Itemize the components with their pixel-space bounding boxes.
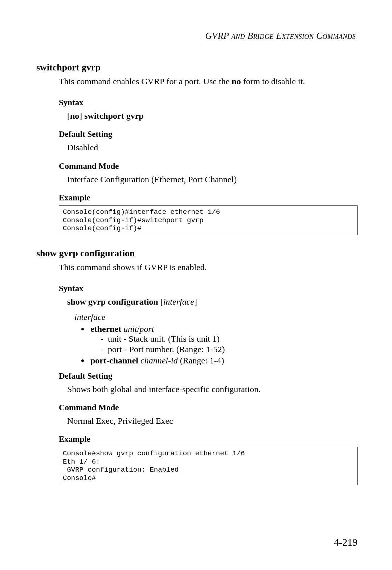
- cmd2-syntax-label: Syntax: [59, 284, 358, 293]
- syntax-bracket-close: ]: [79, 111, 84, 121]
- cmd2-default-value: Shows both global and interface-specific…: [67, 384, 358, 395]
- cmd2-example-code: Console#show gvrp configuration ethernet…: [59, 447, 358, 485]
- ethernet-unit: unit: [121, 324, 137, 334]
- cmd1-desc-pre: This command enables GVRP for a port. Us…: [59, 77, 232, 86]
- port-channel-id: channel-id: [138, 356, 178, 365]
- ethernet-port: port: [139, 324, 154, 334]
- port-channel-keyword: port-channel: [90, 356, 138, 365]
- cmd1-example-code: Console(config)#interface ethernet 1/6 C…: [59, 205, 358, 235]
- cmd1-mode-value: Interface Configuration (Ethernet, Port …: [67, 174, 358, 185]
- syntax-interface: interface: [163, 297, 194, 306]
- param-port-channel: port-channel channel-id (Range: 1-4): [89, 356, 358, 366]
- cmd2-default-label: Default Setting: [59, 371, 358, 381]
- port-desc-text: port - Port number. (Range: 1-52): [108, 345, 225, 354]
- cmd1-mode-label: Command Mode: [59, 162, 358, 171]
- syntax-bracket-open: [: [67, 111, 70, 121]
- ethernet-unit-desc: - unit - Stack unit. (This is unit 1): [101, 334, 358, 344]
- cmd1-syntax-value: [no] switchport gvrp: [67, 110, 358, 122]
- cmd2-mode-value: Normal Exec, Privileged Exec: [67, 415, 358, 427]
- ethernet-keyword: ethernet: [90, 324, 121, 334]
- section-title-show-gvrp: show gvrp configuration: [36, 248, 358, 259]
- cmd2-syntax-value: show gvrp configuration [interface]: [67, 296, 358, 308]
- cmd1-example-label: Example: [59, 193, 358, 203]
- syntax-show-gvrp: show gvrp configuration: [67, 297, 158, 306]
- cmd2-mode-label: Command Mode: [59, 403, 358, 412]
- ethernet-port-desc: - port - Port number. (Range: 1-52): [101, 345, 358, 354]
- page-number: 4-219: [334, 537, 358, 548]
- cmd1-desc-bold: no: [232, 77, 241, 86]
- param-list: ethernet unit/port - unit - Stack unit. …: [89, 324, 358, 366]
- unit-desc-text: unit - Stack unit. (This is unit 1): [108, 334, 220, 343]
- section-title-switchport-gvrp: switchport gvrp: [36, 62, 358, 73]
- cmd1-default-label: Default Setting: [59, 130, 358, 139]
- cmd1-description: This command enables GVRP for a port. Us…: [59, 76, 358, 87]
- cmd2-description: This command shows if GVRP is enabled.: [59, 262, 358, 273]
- syntax-no: no: [70, 111, 79, 121]
- cmd2-example-label: Example: [59, 435, 358, 444]
- cmd1-desc-post: form to disable it.: [241, 77, 305, 86]
- cmd1-syntax-label: Syntax: [59, 98, 358, 107]
- port-channel-range: (Range: 1-4): [178, 356, 224, 365]
- syntax-cmd: switchport gvrp: [84, 111, 143, 121]
- param-ethernet: ethernet unit/port - unit - Stack unit. …: [89, 324, 358, 354]
- param-interface: interface: [74, 312, 358, 322]
- cmd1-default-value: Disabled: [67, 142, 358, 153]
- page-header: GVRP and Bridge Extension Commands: [36, 31, 358, 41]
